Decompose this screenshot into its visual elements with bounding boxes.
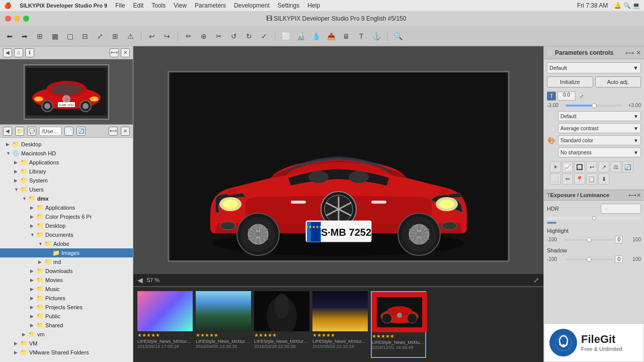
toolbar-crop[interactable]: ✂ (212, 30, 225, 43)
panel-close-btn[interactable]: ✕ (636, 49, 641, 56)
thumb-nav-home[interactable]: ⌂ (14, 48, 23, 57)
file-new-folder[interactable]: 📄 (64, 127, 73, 136)
tool-crop-icon[interactable]: ↗ (598, 161, 609, 172)
menu-view[interactable]: View (174, 2, 187, 9)
toolbar-btn-1[interactable]: ⬅ (3, 30, 16, 43)
filmstrip-item-5[interactable]: ★ ★ ★ ★ ★ LIFEStyle_News_MIXture_Image 2… (371, 291, 426, 358)
tone-slider[interactable] (566, 105, 622, 107)
file-nav-folder[interactable]: 📁 (15, 127, 24, 136)
menu-file[interactable]: File (115, 2, 125, 9)
tool-download-icon[interactable]: ⬇ (598, 173, 609, 185)
tree-item-documents[interactable]: ▼ 📁 Documents (0, 230, 133, 239)
tool-refresh-icon[interactable]: 🔄 (622, 161, 633, 172)
param-dropdown-color[interactable]: Standard color ▼ (558, 135, 641, 145)
file-close[interactable]: ✕ (121, 127, 130, 136)
highlight-slider-thumb[interactable] (587, 237, 592, 242)
tree-item-pictures[interactable]: ▶ 📁 Pictures (0, 294, 133, 303)
menu-parameters[interactable]: Parameters (195, 2, 226, 9)
tree-item-vmware[interactable]: ▶ 📁 VMware Shared Folders (0, 348, 133, 357)
file-nav-prev[interactable]: ◀ (3, 127, 12, 136)
toolbar-btn-7[interactable]: ⤢ (94, 30, 107, 43)
toolbar-btn-2[interactable]: ➡ (18, 30, 31, 43)
tool-rect-icon[interactable]: ⬜ (550, 173, 561, 185)
initialize-button[interactable]: Initialize (547, 76, 593, 87)
tree-item-macintoshhd[interactable]: ▼ 💿 Macintosh HD (0, 149, 133, 158)
tree-item-shared[interactable]: ▶ 📁 Shared (0, 321, 133, 330)
file-nav-chat[interactable]: 💬 (27, 127, 36, 136)
toolbar-btn-4[interactable]: ▦ (48, 30, 61, 43)
fullscreen-icon[interactable]: ⤢ (533, 276, 539, 284)
toolbar-btn-9[interactable]: ⚠ (124, 30, 137, 43)
tone-slider-thumb[interactable] (592, 103, 597, 108)
menu-settings[interactable]: Settings (278, 2, 299, 9)
hdr-slider-thumb[interactable] (592, 216, 596, 220)
hdr-slider-track[interactable] (547, 217, 641, 220)
apple-icon[interactable]: 🍎 (4, 2, 12, 9)
exposure-expand-icon[interactable]: ⟷ (628, 192, 636, 199)
toolbar-zoom[interactable]: 🔍 (391, 30, 405, 43)
toolbar-btn-6[interactable]: ⊟ (78, 30, 92, 43)
tree-item-movies[interactable]: ▶ 📁 Movies (0, 276, 133, 285)
preset-dropdown[interactable]: Default ▼ (547, 62, 641, 73)
tool-curves-icon[interactable]: 📈 (562, 161, 573, 172)
toolbar-anchor[interactable]: ⚓ (370, 30, 383, 43)
tool-copy-icon[interactable]: 📋 (586, 173, 597, 185)
auto-adjust-button[interactable]: Auto adj. (595, 76, 641, 87)
filmstrip-item-2[interactable]: ★ ★ ★ ★ ★ LIFEStyle_News_MIXture_Image 2… (196, 291, 251, 358)
toolbar-rotate-right[interactable]: ↻ (243, 30, 256, 43)
shadow-slider-thumb[interactable] (587, 257, 592, 262)
tool-rotate-icon[interactable]: ↩ (586, 161, 597, 172)
thumb-nav-info[interactable]: ℹ (25, 48, 34, 57)
exposure-close-icon[interactable]: ✕ (636, 192, 641, 199)
file-tree[interactable]: ▶ 📁 Desktop ▼ 💿 Macintosh HD ▶ 📁 Applica… (0, 138, 133, 362)
param-dropdown-default[interactable]: Default ▼ (558, 111, 641, 121)
toolbar-undo[interactable]: ↩ (145, 30, 158, 43)
toolbar-eyedrop[interactable]: 🔬 (294, 30, 307, 43)
menu-help[interactable]: Help (307, 2, 320, 9)
tree-item-system[interactable]: ▶ 📁 System (0, 176, 133, 185)
filmstrip-item-1[interactable]: ★ ★ ★ ★ ★ LIFEStyle_News_MIXture_Image 2… (137, 291, 193, 358)
tool-pin-icon[interactable]: 📍 (574, 173, 585, 185)
thumb-expand[interactable]: ⟷ (110, 48, 119, 57)
filmstrip-item-3[interactable]: ★ ★ ★ ★ ★ LIFEStyle_News_MIXture_Image 2… (254, 291, 309, 358)
toolbar-edit[interactable]: ✏ (182, 30, 195, 43)
tree-item-projectsseries[interactable]: ▶ 📁 Projects Series (0, 303, 133, 312)
filmstrip-item-4[interactable]: ★ ★ ★ ★ ★ LIFEStyle_News_MIXture_Image 2… (312, 291, 368, 358)
menu-edit[interactable]: Edit (133, 2, 144, 9)
tone-expand-icon[interactable]: ⤢ (577, 92, 586, 101)
toolbar-select[interactable]: ⊕ (197, 30, 210, 43)
tree-item-images[interactable]: 📁 Images (0, 248, 133, 257)
panel-expand-btn[interactable]: ⟷ (625, 49, 634, 56)
tree-item-VM[interactable]: ▶ 📁 VM (0, 339, 133, 348)
minimize-button[interactable] (14, 16, 20, 22)
toolbar-btn-8[interactable]: ⊞ (109, 30, 122, 43)
tree-item-dmx-applications[interactable]: ▶ 📁 Applications (0, 203, 133, 212)
tree-item-applications[interactable]: ▶ 📁 Applications (0, 158, 133, 167)
param-dropdown-contrast[interactable]: Average contrast ▼ (558, 123, 641, 133)
toolbar-check[interactable]: ✓ (258, 30, 271, 43)
maximize-button[interactable] (23, 16, 29, 22)
tool-pen-icon[interactable]: ✏ (562, 173, 573, 185)
tree-item-users[interactable]: ▼ 📁 Users (0, 185, 133, 194)
tree-item-music[interactable]: ▶ 📁 Music (0, 285, 133, 294)
tree-item-dmx[interactable]: ▼ 📁 dmx (0, 194, 133, 203)
tree-item-md[interactable]: ▶ 📁 md (0, 257, 133, 266)
hdr-dropdown[interactable]: ▼ (601, 204, 641, 214)
thumb-nav-prev[interactable]: ◀ (3, 48, 12, 57)
tree-item-vm[interactable]: ▶ 📁 vm (0, 330, 133, 339)
tree-item-downloads[interactable]: ▶ 📁 Downloads (0, 266, 133, 276)
zoom-out-icon[interactable]: ◀ (137, 276, 143, 284)
file-expand[interactable]: ⟷ (109, 127, 118, 136)
tree-item-dmx-desktop[interactable]: ▶ 📁 Desktop (0, 221, 133, 230)
tone-input[interactable]: 0.0 (557, 92, 576, 101)
file-refresh[interactable]: 🔄 (76, 127, 86, 136)
toolbar-display[interactable]: 🖥 (340, 30, 353, 43)
highlight-slider[interactable] (565, 239, 613, 241)
menu-development[interactable]: Development (234, 2, 270, 9)
tool-exposure-icon[interactable]: ☀ (550, 161, 561, 172)
menu-tools[interactable]: Tools (151, 2, 166, 9)
tree-item-adobe[interactable]: ▼ 📁 Adobe (0, 239, 133, 248)
toolbar-color[interactable]: ⬜ (279, 30, 292, 43)
toolbar-redo[interactable]: ↪ (160, 30, 174, 43)
toolbar-export[interactable]: 📤 (325, 30, 338, 43)
